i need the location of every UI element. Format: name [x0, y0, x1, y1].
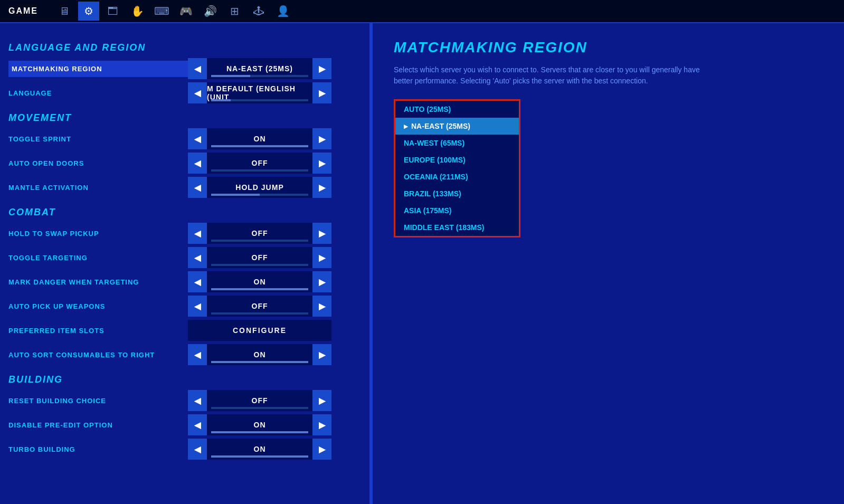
- value-text-mark-danger-when-targeting: ON: [254, 278, 266, 286]
- left-arrow-disable-pre-edit-option[interactable]: ◀: [188, 414, 207, 435]
- setting-row-preferred-item-slots: PREFERRED ITEM SLOTSCONFIGURE: [8, 319, 369, 341]
- setting-row-toggle-sprint: TOGGLE SPRINT◀ON▶: [8, 128, 369, 150]
- left-arrow-auto-open-doors[interactable]: ◀: [188, 153, 207, 174]
- panels-icon[interactable]: ⊞: [224, 2, 245, 21]
- value-bar-language: [211, 99, 231, 101]
- monitor-icon[interactable]: 🖥: [54, 2, 75, 21]
- value-text-reset-building-choice: OFF: [252, 396, 268, 405]
- right-panel: MATCHMAKING REGION Selects which server …: [373, 23, 844, 504]
- setting-row-hold-to-swap-pickup: HOLD TO SWAP PICKUP◀OFF▶: [8, 222, 369, 244]
- value-box-turbo-building: ON: [207, 439, 312, 460]
- value-bar-container-language: [211, 99, 308, 101]
- person-icon[interactable]: 👤: [272, 2, 293, 21]
- left-arrow-auto-sort-consumables[interactable]: ◀: [188, 344, 207, 365]
- value-text-auto-sort-consumables: ON: [254, 350, 266, 359]
- setting-label-hold-to-swap-pickup: HOLD TO SWAP PICKUP: [8, 230, 188, 237]
- hand-icon[interactable]: ✋: [127, 2, 148, 21]
- keyboard-icon[interactable]: ⌨: [151, 2, 172, 21]
- region-item-asia[interactable]: ASIA (175MS): [395, 202, 519, 219]
- setting-control-language: ◀M DEFAULT (ENGLISH (UNIT▶: [188, 82, 331, 103]
- right-arrow-matchmaking-region[interactable]: ▶: [312, 58, 331, 79]
- top-bar: GAME 🖥⚙🗔✋⌨🎮🔊⊞🕹👤: [0, 0, 844, 23]
- value-box-reset-building-choice: OFF: [207, 390, 312, 411]
- right-arrow-toggle-sprint[interactable]: ▶: [312, 128, 331, 149]
- value-bar-mantle-activation: [211, 194, 260, 196]
- value-bar-container-disable-pre-edit-option: [211, 431, 308, 433]
- right-arrow-auto-pick-up-weapons[interactable]: ▶: [312, 296, 331, 317]
- configure-button-preferred-item-slots[interactable]: CONFIGURE: [188, 320, 331, 341]
- right-arrow-mark-danger-when-targeting[interactable]: ▶: [312, 271, 331, 292]
- setting-control-auto-sort-consumables: ◀ON▶: [188, 344, 331, 365]
- value-bar-container-turbo-building: [211, 455, 308, 458]
- value-bar-container-toggle-targeting: [211, 264, 308, 266]
- value-text-toggle-targeting: OFF: [252, 253, 268, 262]
- setting-row-turbo-building: TURBO BUILDING◀ON▶: [8, 438, 369, 460]
- left-arrow-hold-to-swap-pickup[interactable]: ◀: [188, 223, 207, 244]
- configure-text-preferred-item-slots: CONFIGURE: [233, 326, 287, 335]
- left-arrow-toggle-sprint[interactable]: ◀: [188, 128, 207, 149]
- value-text-hold-to-swap-pickup: OFF: [252, 229, 268, 237]
- right-arrow-turbo-building[interactable]: ▶: [312, 439, 331, 460]
- right-arrow-language[interactable]: ▶: [312, 82, 331, 103]
- region-item-oceania[interactable]: OCEANIA (211MS): [395, 168, 519, 185]
- value-bar-container-mantle-activation: [211, 194, 308, 196]
- setting-label-mantle-activation: MANTLE ACTIVATION: [8, 184, 188, 192]
- setting-control-reset-building-choice: ◀OFF▶: [188, 390, 331, 411]
- left-arrow-reset-building-choice[interactable]: ◀: [188, 390, 207, 411]
- setting-label-mark-danger-when-targeting: MARK DANGER WHEN TARGETING: [8, 278, 188, 286]
- section-header-combat: COMBAT: [8, 207, 369, 218]
- left-arrow-turbo-building[interactable]: ◀: [188, 439, 207, 460]
- region-item-auto[interactable]: AUTO (25MS): [395, 101, 519, 118]
- setting-label-toggle-targeting: TOGGLE TARGETING: [8, 254, 188, 262]
- region-item-na-east[interactable]: ▶NA-EAST (25MS): [395, 118, 519, 135]
- value-bar-disable-pre-edit-option: [211, 431, 308, 433]
- gear-icon[interactable]: ⚙: [78, 2, 99, 21]
- left-arrow-language[interactable]: ◀: [188, 82, 207, 103]
- region-item-na-west[interactable]: NA-WEST (65MS): [395, 135, 519, 151]
- right-arrow-reset-building-choice[interactable]: ▶: [312, 390, 331, 411]
- right-arrow-toggle-targeting[interactable]: ▶: [312, 247, 331, 268]
- value-bar-container-toggle-sprint: [211, 145, 308, 147]
- setting-row-mantle-activation: MANTLE ACTIVATION◀HOLD JUMP▶: [8, 176, 369, 198]
- value-text-auto-pick-up-weapons: OFF: [252, 302, 268, 310]
- value-box-hold-to-swap-pickup: OFF: [207, 223, 312, 244]
- value-bar-container-auto-pick-up-weapons: [211, 312, 308, 315]
- setting-row-reset-building-choice: RESET BUILDING CHOICE◀OFF▶: [8, 389, 369, 412]
- left-arrow-auto-pick-up-weapons[interactable]: ◀: [188, 296, 207, 317]
- left-arrow-matchmaking-region[interactable]: ◀: [188, 58, 207, 79]
- right-arrow-disable-pre-edit-option[interactable]: ▶: [312, 414, 331, 435]
- controller-icon[interactable]: 🕹: [248, 2, 269, 21]
- setting-label-disable-pre-edit-option: DISABLE PRE-EDIT OPTION: [8, 421, 188, 429]
- setting-control-auto-pick-up-weapons: ◀OFF▶: [188, 296, 331, 317]
- setting-control-toggle-targeting: ◀OFF▶: [188, 247, 331, 268]
- main-layout: LANGUAGE AND REGIONMATCHMAKING REGION◀NA…: [0, 23, 844, 504]
- section-header-building: BUILDING: [8, 374, 369, 385]
- right-arrow-hold-to-swap-pickup[interactable]: ▶: [312, 223, 331, 244]
- value-box-mark-danger-when-targeting: ON: [207, 271, 312, 292]
- setting-control-hold-to-swap-pickup: ◀OFF▶: [188, 223, 331, 244]
- region-item-middle-east[interactable]: MIDDLE EAST (183MS): [395, 219, 519, 236]
- value-bar-turbo-building: [211, 455, 308, 458]
- setting-control-toggle-sprint: ◀ON▶: [188, 128, 331, 149]
- speaker-icon[interactable]: 🔊: [200, 2, 221, 21]
- value-bar-container-mark-danger-when-targeting: [211, 288, 308, 290]
- right-arrow-auto-open-doors[interactable]: ▶: [312, 153, 331, 174]
- value-box-auto-pick-up-weapons: OFF: [207, 296, 312, 317]
- left-arrow-mark-danger-when-targeting[interactable]: ◀: [188, 271, 207, 292]
- display-icon[interactable]: 🗔: [102, 2, 124, 21]
- setting-label-auto-open-doors: AUTO OPEN DOORS: [8, 159, 188, 167]
- gamepad-icon[interactable]: 🎮: [175, 2, 196, 21]
- region-item-europe[interactable]: EUROPE (100MS): [395, 151, 519, 168]
- right-arrow-mantle-activation[interactable]: ▶: [312, 177, 331, 198]
- value-box-mantle-activation: HOLD JUMP: [207, 177, 312, 198]
- right-arrow-auto-sort-consumables[interactable]: ▶: [312, 344, 331, 365]
- left-arrow-mantle-activation[interactable]: ◀: [188, 177, 207, 198]
- region-label-europe: EUROPE (100MS): [404, 156, 466, 164]
- value-bar-container-matchmaking-region: [211, 75, 308, 77]
- setting-control-preferred-item-slots: CONFIGURE: [188, 320, 331, 341]
- left-arrow-toggle-targeting[interactable]: ◀: [188, 247, 207, 268]
- value-text-matchmaking-region: NA-EAST (25MS): [226, 64, 293, 73]
- region-item-brazil[interactable]: BRAZIL (133MS): [395, 185, 519, 202]
- setting-row-mark-danger-when-targeting: MARK DANGER WHEN TARGETING◀ON▶: [8, 271, 369, 293]
- setting-row-auto-pick-up-weapons: AUTO PICK UP WEAPONS◀OFF▶: [8, 295, 369, 317]
